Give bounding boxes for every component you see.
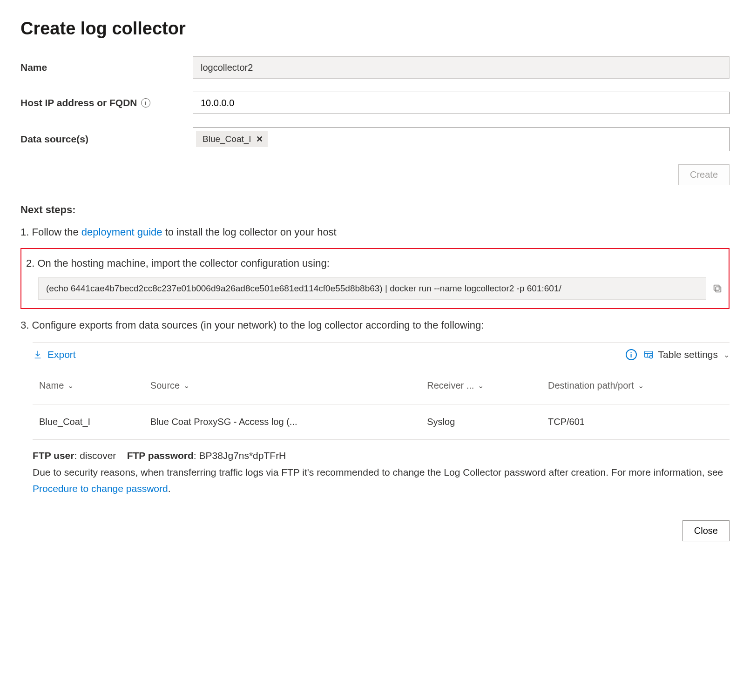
page-title: Create log collector xyxy=(20,19,730,39)
svg-point-4 xyxy=(650,357,651,357)
col-name[interactable]: Name⌄ xyxy=(33,367,144,404)
step-2: 2. On the hosting machine, import the co… xyxy=(26,256,724,271)
info-icon[interactable]: i xyxy=(141,98,150,108)
download-icon xyxy=(33,350,43,360)
export-button[interactable]: Export xyxy=(33,349,76,360)
next-steps-heading: Next steps: xyxy=(20,204,730,216)
data-sources-input[interactable]: Blue_Coat_I ✕ xyxy=(193,127,730,151)
host-label: Host IP address or FQDN i xyxy=(20,97,193,108)
copy-icon[interactable] xyxy=(711,282,724,295)
ftp-password-value: BP38Jg7ns*dpTFrH xyxy=(199,450,286,461)
tag-label: Blue_Coat_I xyxy=(203,134,251,144)
ftp-user-value: discover xyxy=(80,450,116,461)
table-settings-icon xyxy=(643,350,654,360)
table-settings-button[interactable]: Table settings ⌄ xyxy=(643,349,730,360)
table-row[interactable]: Blue_Coat_I Blue Coat ProxySG - Access l… xyxy=(33,404,730,440)
chevron-down-icon: ⌄ xyxy=(478,381,484,390)
chevron-down-icon: ⌄ xyxy=(68,381,74,390)
docker-command[interactable]: (echo 6441cae4b7becd2cc8c237e01b006d9a26… xyxy=(38,277,706,300)
data-sources-label: Data source(s) xyxy=(20,134,193,145)
cell-source: Blue Coat ProxySG - Access log (... xyxy=(144,404,420,440)
password-procedure-link[interactable]: Procedure to change password xyxy=(33,483,168,494)
chevron-down-icon: ⌄ xyxy=(638,381,644,390)
deployment-guide-link[interactable]: deployment guide xyxy=(81,226,162,238)
name-label: Name xyxy=(20,62,193,73)
col-source[interactable]: Source⌄ xyxy=(144,367,420,404)
step-1: 1. Follow the deployment guide to instal… xyxy=(20,224,730,240)
step-3: 3. Configure exports from data sources (… xyxy=(20,317,730,333)
step-2-highlight: 2. On the hosting machine, import the co… xyxy=(20,248,730,309)
table-toolbar: Export i Table settings ⌄ xyxy=(33,342,730,367)
cell-receiver: Syslog xyxy=(420,404,541,440)
data-source-tag: Blue_Coat_I ✕ xyxy=(196,131,268,147)
data-sources-table: Name⌄ Source⌄ Receiver ...⌄ Destination … xyxy=(33,367,730,440)
chevron-down-icon: ⌄ xyxy=(723,350,730,359)
name-input[interactable] xyxy=(193,56,730,79)
svg-rect-0 xyxy=(716,287,721,292)
col-dest[interactable]: Destination path/port⌄ xyxy=(541,367,730,404)
cell-dest: TCP/601 xyxy=(541,404,730,440)
ftp-info: FTP user: discover FTP password: BP38Jg7… xyxy=(20,440,730,497)
remove-tag-icon[interactable]: ✕ xyxy=(256,134,263,144)
chevron-down-icon: ⌄ xyxy=(183,381,189,390)
create-button[interactable]: Create xyxy=(678,164,730,185)
close-button[interactable]: Close xyxy=(682,520,730,541)
svg-rect-1 xyxy=(714,285,719,290)
col-receiver[interactable]: Receiver ...⌄ xyxy=(420,367,541,404)
host-input[interactable] xyxy=(193,92,730,114)
cell-name: Blue_Coat_I xyxy=(33,404,144,440)
info-icon[interactable]: i xyxy=(626,349,637,360)
